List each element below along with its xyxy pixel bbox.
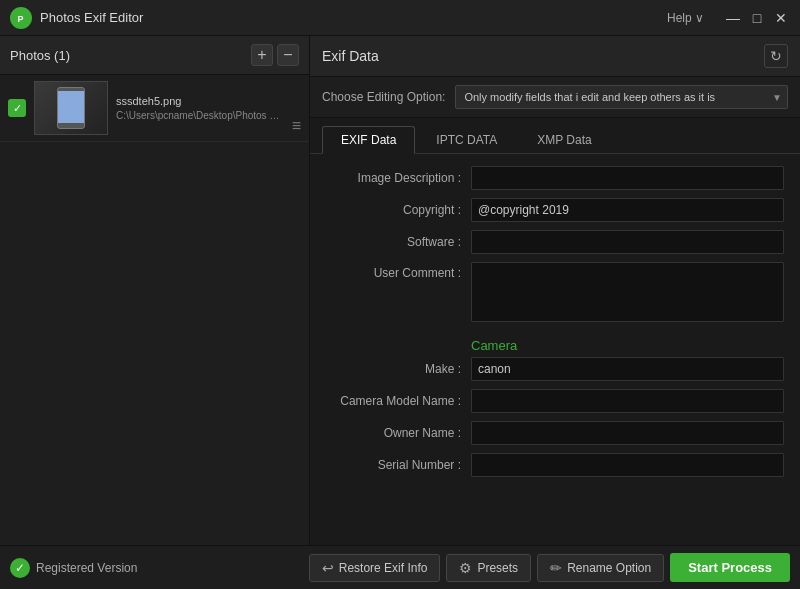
- owner-name-input[interactable]: [471, 421, 784, 445]
- photos-count-label: Photos (1): [10, 48, 70, 63]
- rename-label: Rename Option: [567, 561, 651, 575]
- photo-path: C:\Users\pcname\Desktop\Photos Exif Edit…: [116, 110, 284, 121]
- photo-name: sssdteh5.png: [116, 95, 284, 107]
- maximize-button[interactable]: □: [748, 9, 766, 27]
- presets-icon: ⚙: [459, 560, 472, 576]
- svg-text:P: P: [18, 13, 24, 23]
- tabs-bar: EXIF Data IPTC DATA XMP Data: [310, 118, 800, 154]
- close-button[interactable]: ✕: [772, 9, 790, 27]
- rename-icon: ✏: [550, 560, 562, 576]
- camera-model-row: Camera Model Name :: [326, 389, 784, 413]
- registered-icon: ✓: [10, 558, 30, 578]
- presets-button[interactable]: ⚙ Presets: [446, 554, 531, 582]
- user-comment-label: User Comment :: [326, 262, 471, 280]
- serial-number-input[interactable]: [471, 453, 784, 477]
- editing-option-label: Choose Editing Option:: [322, 90, 445, 104]
- editing-option-bar: Choose Editing Option: Only modify field…: [310, 77, 800, 118]
- copyright-label: Copyright :: [326, 203, 471, 217]
- editing-option-select[interactable]: Only modify fields that i edit and keep …: [455, 85, 788, 109]
- serial-number-row: Serial Number :: [326, 453, 784, 477]
- refresh-button[interactable]: ↻: [764, 44, 788, 68]
- minimize-button[interactable]: —: [724, 9, 742, 27]
- form-area: Image Description : Copyright : Software…: [310, 154, 800, 545]
- presets-label: Presets: [477, 561, 518, 575]
- app-title: Photos Exif Editor: [40, 10, 667, 25]
- photo-info: sssdteh5.png C:\Users\pcname\Desktop\Pho…: [116, 95, 284, 121]
- camera-section-title: Camera: [471, 330, 784, 357]
- software-label: Software :: [326, 235, 471, 249]
- remove-photo-button[interactable]: −: [277, 44, 299, 66]
- list-item[interactable]: ✓ sssdteh5.png C:\Users\pcname\Desktop\P…: [0, 75, 309, 142]
- window-controls: Help ∨ — □ ✕: [667, 9, 790, 27]
- image-description-input[interactable]: [471, 166, 784, 190]
- make-input[interactable]: [471, 357, 784, 381]
- start-process-button[interactable]: Start Process: [670, 553, 790, 582]
- tab-xmp-data[interactable]: XMP Data: [518, 126, 610, 153]
- add-photo-button[interactable]: +: [251, 44, 273, 66]
- left-panel: Photos (1) + − ✓ sssdteh5.png C:\Us: [0, 36, 310, 545]
- footer-right: ↩ Restore Exif Info ⚙ Presets ✏ Rename O…: [309, 553, 790, 582]
- image-description-row: Image Description :: [326, 166, 784, 190]
- help-button[interactable]: Help ∨: [667, 11, 704, 25]
- user-comment-input[interactable]: [471, 262, 784, 322]
- tab-exif-data[interactable]: EXIF Data: [322, 126, 415, 154]
- photo-checkbox[interactable]: ✓: [8, 99, 26, 117]
- make-label: Make :: [326, 362, 471, 376]
- tab-iptc-data[interactable]: IPTC DATA: [417, 126, 516, 153]
- rename-option-button[interactable]: ✏ Rename Option: [537, 554, 664, 582]
- right-panel-header: Exif Data ↻: [310, 36, 800, 77]
- photo-thumbnail: [34, 81, 108, 135]
- copyright-input[interactable]: [471, 198, 784, 222]
- footer: ✓ Registered Version ↩ Restore Exif Info…: [0, 545, 800, 589]
- photo-menu-icon[interactable]: ≡: [292, 117, 301, 135]
- registered-label: Registered Version: [36, 561, 137, 575]
- restore-exif-button[interactable]: ↩ Restore Exif Info: [309, 554, 441, 582]
- footer-left: ✓ Registered Version: [10, 558, 137, 578]
- exif-data-title: Exif Data: [322, 48, 379, 64]
- restore-label: Restore Exif Info: [339, 561, 428, 575]
- serial-number-label: Serial Number :: [326, 458, 471, 472]
- main-layout: Photos (1) + − ✓ sssdteh5.png C:\Us: [0, 36, 800, 545]
- left-panel-header: Photos (1) + −: [0, 36, 309, 75]
- user-comment-row: User Comment :: [326, 262, 784, 322]
- copyright-row: Copyright :: [326, 198, 784, 222]
- owner-name-row: Owner Name :: [326, 421, 784, 445]
- camera-model-input[interactable]: [471, 389, 784, 413]
- editing-option-wrapper: Only modify fields that i edit and keep …: [455, 85, 788, 109]
- camera-model-label: Camera Model Name :: [326, 394, 471, 408]
- software-row: Software :: [326, 230, 784, 254]
- panel-header-buttons: + −: [251, 44, 299, 66]
- photo-list: ✓ sssdteh5.png C:\Users\pcname\Desktop\P…: [0, 75, 309, 545]
- app-logo: P: [10, 7, 32, 29]
- make-row: Make :: [326, 357, 784, 381]
- right-panel: Exif Data ↻ Choose Editing Option: Only …: [310, 36, 800, 545]
- owner-name-label: Owner Name :: [326, 426, 471, 440]
- restore-icon: ↩: [322, 560, 334, 576]
- image-description-label: Image Description :: [326, 171, 471, 185]
- title-bar: P Photos Exif Editor Help ∨ — □ ✕: [0, 0, 800, 36]
- software-input[interactable]: [471, 230, 784, 254]
